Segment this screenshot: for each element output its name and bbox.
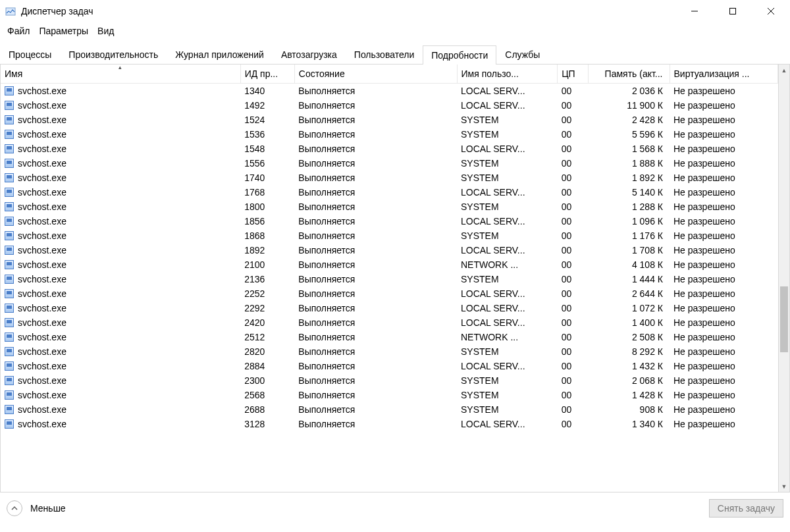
table-row[interactable]: svchost.exe1768ВыполняетсяLOCAL SERV...0…	[1, 185, 778, 200]
cell-user: LOCAL SERV...	[457, 315, 558, 330]
col-header-name[interactable]: Имя▴	[1, 65, 240, 84]
table-row[interactable]: svchost.exe1548ВыполняетсяLOCAL SERV...0…	[1, 142, 778, 156]
col-header-virt[interactable]: Виртуализация ...	[670, 65, 778, 84]
cell-mem: 1 288 К	[589, 200, 670, 214]
menu-file[interactable]: Файл	[4, 24, 33, 38]
cell-pid: 1548	[240, 142, 294, 156]
tab-strip: Процессы Производительность Журнал прило…	[0, 45, 790, 65]
end-task-button[interactable]: Снять задачу	[709, 499, 783, 518]
table-row[interactable]: svchost.exe2100ВыполняетсяNETWORK ...004…	[1, 257, 778, 272]
scroll-track[interactable]	[779, 76, 789, 481]
cell-cpu: 00	[558, 214, 589, 228]
table-row[interactable]: svchost.exe1800ВыполняетсяSYSTEM001 288 …	[1, 200, 778, 214]
scroll-down-icon[interactable]: ▼	[779, 481, 789, 492]
process-icon	[5, 419, 14, 429]
cell-pid: 2568	[240, 388, 294, 402]
cell-state: Выполняется	[294, 315, 457, 330]
menu-options[interactable]: Параметры	[36, 24, 92, 38]
menubar: Файл Параметры Вид	[0, 22, 790, 40]
cell-state: Выполняется	[294, 127, 457, 142]
cell-virt: Не разрешено	[670, 243, 778, 257]
cell-name: svchost.exe	[18, 115, 66, 125]
col-header-cpu[interactable]: ЦП	[558, 65, 589, 84]
table-row[interactable]: svchost.exe2420ВыполняетсяLOCAL SERV...0…	[1, 315, 778, 330]
table-row[interactable]: svchost.exe2300ВыполняетсяSYSTEM002 068 …	[1, 373, 778, 388]
cell-virt: Не разрешено	[670, 315, 778, 330]
table-row[interactable]: svchost.exe2512ВыполняетсяNETWORK ...002…	[1, 330, 778, 344]
table-row[interactable]: svchost.exe2884ВыполняетсяLOCAL SERV...0…	[1, 359, 778, 373]
cell-state: Выполняется	[294, 243, 457, 257]
fewer-details-label[interactable]: Меньше	[30, 503, 66, 514]
cell-name: svchost.exe	[18, 303, 66, 313]
table-row[interactable]: svchost.exe1524ВыполняетсяSYSTEM002 428 …	[1, 113, 778, 127]
table-row[interactable]: svchost.exe1892ВыполняетсяLOCAL SERV...0…	[1, 243, 778, 257]
cell-cpu: 00	[558, 402, 589, 417]
process-icon	[5, 144, 14, 153]
scroll-up-icon[interactable]: ▲	[779, 65, 789, 76]
cell-state: Выполняется	[294, 142, 457, 156]
maximize-button[interactable]	[714, 0, 752, 22]
fewer-details-button[interactable]	[7, 500, 22, 516]
cell-user: LOCAL SERV...	[457, 417, 558, 431]
table-row[interactable]: svchost.exe2252ВыполняетсяLOCAL SERV...0…	[1, 286, 778, 301]
cell-name: svchost.exe	[18, 245, 66, 255]
cell-mem: 1 432 К	[589, 359, 670, 373]
cell-virt: Не разрешено	[670, 228, 778, 243]
process-icon	[5, 115, 14, 124]
process-icon	[5, 275, 14, 284]
cell-cpu: 00	[558, 359, 589, 373]
cell-virt: Не разрешено	[670, 286, 778, 301]
footer: Меньше Снять задачу	[0, 492, 790, 524]
cell-virt: Не разрешено	[670, 142, 778, 156]
minimize-button[interactable]	[675, 0, 714, 22]
chevron-up-icon	[11, 504, 18, 512]
cell-pid: 2512	[240, 330, 294, 344]
process-icon	[5, 405, 14, 414]
vertical-scrollbar[interactable]: ▲ ▼	[779, 65, 790, 492]
tab-startup[interactable]: Автозагрузка	[273, 45, 346, 64]
cell-cpu: 00	[558, 200, 589, 214]
cell-pid: 2136	[240, 272, 294, 286]
cell-cpu: 00	[558, 257, 589, 272]
cell-state: Выполняется	[294, 417, 457, 431]
cell-cpu: 00	[558, 388, 589, 402]
table-row[interactable]: svchost.exe1492ВыполняетсяLOCAL SERV...0…	[1, 98, 778, 113]
col-header-state[interactable]: Состояние	[294, 65, 457, 84]
col-header-pid[interactable]: ИД пр...	[240, 65, 294, 84]
cell-user: LOCAL SERV...	[457, 185, 558, 200]
tab-app-history[interactable]: Журнал приложений	[167, 45, 273, 64]
tab-processes[interactable]: Процессы	[0, 45, 60, 64]
cell-name: svchost.exe	[18, 187, 66, 198]
tab-details[interactable]: Подробности	[423, 45, 496, 65]
table-row[interactable]: svchost.exe1856ВыполняетсяLOCAL SERV...0…	[1, 214, 778, 228]
cell-state: Выполняется	[294, 185, 457, 200]
table-row[interactable]: svchost.exe2136ВыполняетсяSYSTEM001 444 …	[1, 272, 778, 286]
table-row[interactable]: svchost.exe1556ВыполняетсяSYSTEM001 888 …	[1, 156, 778, 171]
tab-performance[interactable]: Производительность	[60, 45, 167, 64]
col-header-user[interactable]: Имя пользо...	[457, 65, 558, 84]
cell-user: NETWORK ...	[457, 257, 558, 272]
table-row[interactable]: svchost.exe2292ВыполняетсяLOCAL SERV...0…	[1, 301, 778, 315]
table-row[interactable]: svchost.exe1868ВыполняетсяSYSTEM001 176 …	[1, 228, 778, 243]
process-icon	[5, 260, 14, 269]
close-button[interactable]	[752, 0, 790, 22]
process-icon	[5, 159, 14, 168]
cell-cpu: 00	[558, 127, 589, 142]
table-row[interactable]: svchost.exe1340ВыполняетсяLOCAL SERV...0…	[1, 84, 778, 99]
scroll-thumb[interactable]	[780, 286, 788, 352]
tab-services[interactable]: Службы	[496, 45, 548, 64]
table-row[interactable]: svchost.exe1536ВыполняетсяSYSTEM005 596 …	[1, 127, 778, 142]
tab-users[interactable]: Пользователи	[346, 45, 423, 64]
menu-view[interactable]: Вид	[94, 24, 117, 38]
cell-virt: Не разрешено	[670, 84, 778, 99]
table-row[interactable]: svchost.exe2820ВыполняетсяSYSTEM008 292 …	[1, 344, 778, 359]
cell-mem: 908 К	[589, 402, 670, 417]
cell-user: NETWORK ...	[457, 330, 558, 344]
table-row[interactable]: svchost.exe1740ВыполняетсяSYSTEM001 892 …	[1, 171, 778, 185]
col-header-mem[interactable]: Память (акт...	[589, 65, 670, 84]
cell-name: svchost.exe	[18, 317, 66, 328]
table-row[interactable]: svchost.exe2688ВыполняетсяSYSTEM00908 КН…	[1, 402, 778, 417]
table-row[interactable]: svchost.exe2568ВыполняетсяSYSTEM001 428 …	[1, 388, 778, 402]
table-row[interactable]: svchost.exe3128ВыполняетсяLOCAL SERV...0…	[1, 417, 778, 431]
cell-virt: Не разрешено	[670, 98, 778, 113]
